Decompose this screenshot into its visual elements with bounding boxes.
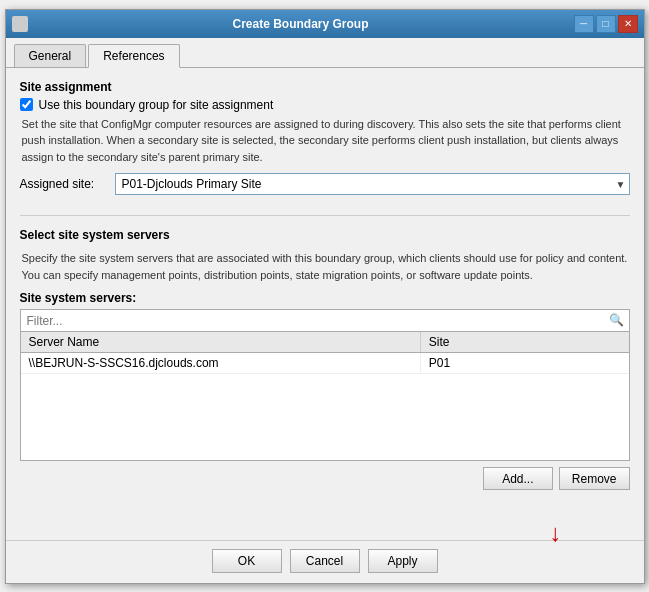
window-icon [12,16,28,32]
cancel-button[interactable]: Cancel [290,549,360,573]
site-assignment-title: Site assignment [20,80,630,94]
minimize-button[interactable]: ─ [574,15,594,33]
table-header: Server Name Site [21,332,629,353]
table-header-site: Site [421,332,629,352]
title-controls: ─ □ ✕ [574,15,638,33]
search-icon: 🔍 [609,313,624,327]
section-divider [20,215,630,216]
title-bar: Create Boundary Group ─ □ ✕ [6,10,644,38]
site-assignment-checkbox-label: Use this boundary group for site assignm… [39,98,274,112]
table-cell-site: P01 [421,353,629,373]
close-button[interactable]: ✕ [618,15,638,33]
main-window: Create Boundary Group ─ □ ✕ General Refe… [5,9,645,584]
server-table-buttons: Add... Remove [20,467,630,490]
footer-area: OK Cancel Apply ↓ [6,540,644,583]
filter-row: 🔍 [20,309,630,331]
tab-general[interactable]: General [14,44,87,67]
footer-buttons: OK Cancel Apply [6,540,644,583]
apply-button[interactable]: Apply [368,549,438,573]
site-system-title: Select site system servers [20,228,630,242]
assigned-site-row: Assigned site: P01-Djclouds Primary Site… [20,173,630,195]
ok-button[interactable]: OK [212,549,282,573]
add-button[interactable]: Add... [483,467,553,490]
assigned-site-dropdown[interactable]: P01-Djclouds Primary Site [115,173,630,195]
tabs-bar: General References [6,38,644,68]
remove-button[interactable]: Remove [559,467,630,490]
window-title: Create Boundary Group [28,17,574,31]
tab-content: Site assignment Use this boundary group … [6,68,644,540]
site-system-section: Select site system servers Specify the s… [20,228,630,528]
assigned-site-dropdown-wrapper: P01-Djclouds Primary Site ▼ [115,173,630,195]
site-system-description: Specify the site system servers that are… [20,250,630,283]
filter-input[interactable] [20,309,630,331]
maximize-button[interactable]: □ [596,15,616,33]
server-table: Server Name Site \\BEJRUN-S-SSCS16.djclo… [20,331,630,461]
site-assignment-checkbox-row: Use this boundary group for site assignm… [20,98,630,112]
table-cell-server-name: \\BEJRUN-S-SSCS16.djclouds.com [21,353,421,373]
site-assignment-checkbox[interactable] [20,98,33,111]
tab-references[interactable]: References [88,44,179,68]
site-assignment-description: Set the site that ConfigMgr computer res… [20,116,630,166]
table-row[interactable]: \\BEJRUN-S-SSCS16.djclouds.com P01 [21,353,629,374]
site-system-subsection-label: Site system servers: [20,291,630,305]
assigned-site-label: Assigned site: [20,177,105,191]
site-assignment-section: Site assignment Use this boundary group … [20,80,630,204]
table-header-server-name: Server Name [21,332,421,352]
